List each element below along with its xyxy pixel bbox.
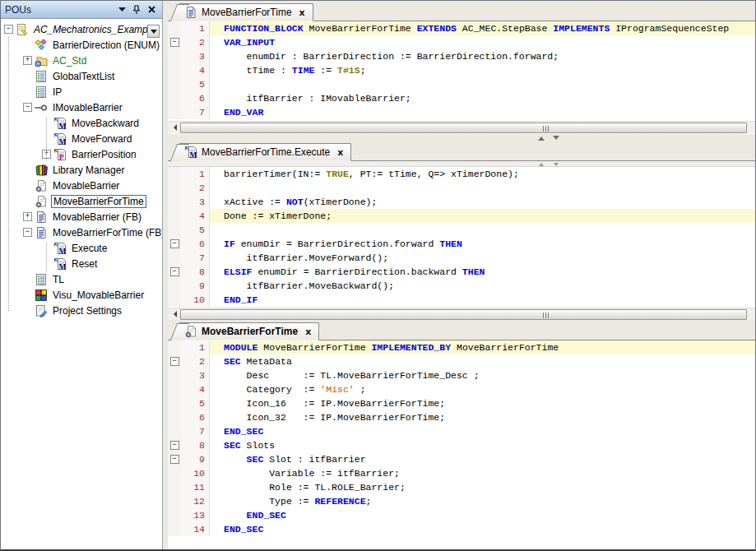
tree-item-label: IP — [51, 86, 63, 98]
code-text: END_SEC — [210, 424, 755, 438]
fold-collapse-icon[interactable]: − — [170, 455, 179, 464]
method-icon: M — [184, 146, 197, 159]
tab-strip: MoveBarrierForTimex — [168, 1, 755, 21]
tab-close-icon[interactable]: x — [305, 326, 311, 337]
tree-item-movablebarrier-fb[interactable]: +MovableBarrier (FB) — [1, 209, 162, 225]
tree-item-movebackward[interactable]: MMoveBackward — [1, 115, 162, 131]
tree-item-project-settings[interactable]: Project Settings — [1, 303, 162, 318]
tree-item-library-manager[interactable]: Library Manager — [1, 162, 162, 178]
line-number: 12 — [181, 494, 210, 508]
code-line: 5 — [168, 223, 755, 237]
code-line: 6 Icon_32 := IP.MoveBarrierForTime; — [168, 410, 755, 424]
tab-close-icon[interactable]: x — [299, 7, 305, 18]
tree-item-movablebarrier[interactable]: MovableBarrier — [1, 178, 162, 193]
tree-item-ac-std[interactable]: +AC_Std — [1, 53, 162, 68]
tree-item-barrierposition[interactable]: +PBarrierPosition — [1, 146, 162, 162]
svg-text:M: M — [59, 247, 67, 255]
code-editor[interactable]: 1barrierTimer(IN:= TRUE, PT:= tTime, Q=>… — [168, 167, 755, 308]
fold-collapse-icon[interactable]: − — [170, 357, 179, 366]
scroll-left-button[interactable] — [168, 308, 180, 321]
line-number: 4 — [181, 63, 210, 77]
pou-panel: POUs −AC_Mechatronics_ExampleBarrierDire… — [1, 1, 163, 549]
line-number: 1 — [181, 167, 210, 181]
tree-item-moveforward[interactable]: MMoveForward — [1, 131, 162, 146]
fold-margin — [168, 340, 181, 354]
expand-box-icon[interactable]: + — [23, 56, 32, 65]
collapse-box-icon[interactable]: − — [4, 25, 13, 34]
tab-movebarrierfortime[interactable]: MoveBarrierForTimex — [179, 322, 319, 340]
code-line: −8SEC Slots — [168, 438, 755, 452]
expand-box-icon[interactable]: + — [23, 212, 32, 221]
tab-movebarrierfortime-execute[interactable]: MMoveBarrierForTime.Executex — [179, 143, 351, 161]
fold-margin — [168, 522, 181, 536]
tab-movebarrierfortime[interactable]: MoveBarrierForTimex — [179, 3, 313, 21]
tree-item-label: AC_Std — [51, 55, 88, 67]
horizontal-scrollbar[interactable] — [168, 121, 755, 133]
tree-item-label: AC_Mechatronics_Example — [32, 24, 157, 35]
line-number: 1 — [181, 340, 210, 354]
code-line: 6 itfBarrier : IMovableBarrier; — [168, 91, 755, 105]
fold-margin: − — [168, 237, 181, 251]
code-line: −2VAR_INPUT — [168, 35, 755, 49]
fold-margin — [168, 466, 181, 480]
fold-collapse-icon[interactable]: − — [170, 239, 179, 248]
code-text: Type := REFERENCE; — [210, 494, 755, 508]
fold-collapse-icon[interactable]: − — [170, 267, 179, 276]
line-number: 5 — [181, 77, 210, 91]
tree-item-barrierdirection-enum[interactable]: BarrierDirection (ENUM) — [1, 37, 162, 53]
tree-item-tl[interactable]: TL — [1, 271, 162, 287]
pin-icon[interactable] — [130, 3, 143, 16]
line-number: 5 — [181, 223, 210, 237]
fold-margin — [168, 77, 181, 91]
code-editor[interactable]: 1MODULE MoveBarrierForTime IMPLEMENTED_B… — [168, 340, 755, 549]
scrollbar-thumb[interactable] — [180, 123, 747, 133]
window-menu-chevron-icon[interactable] — [115, 3, 128, 16]
close-icon[interactable] — [145, 3, 158, 16]
project-dropdown-button[interactable] — [147, 25, 160, 38]
tree-item-globaltextlist[interactable]: GlobalTextList — [1, 68, 162, 84]
scrollbar-thumb[interactable] — [180, 309, 747, 320]
line-number: 8 — [181, 265, 210, 279]
line-number: 11 — [181, 480, 210, 494]
tree-item-label: Execute — [70, 243, 109, 254]
tree-item-movebarrierfortime[interactable]: MoveBarrierForTime — [1, 193, 162, 209]
collapse-box-icon[interactable]: − — [23, 228, 32, 237]
tree-item-ac-mechatronics-example[interactable]: −AC_Mechatronics_Example — [1, 21, 162, 37]
fold-margin: − — [168, 265, 181, 279]
enum-icon — [35, 39, 49, 52]
fold-margin — [168, 279, 181, 293]
code-line: 10END_IF — [168, 293, 755, 307]
tree-item-imovablebarrier[interactable]: −IMovableBarrier — [1, 100, 162, 115]
tree-item-visu-movablebarrier[interactable]: Visu_MovableBarrier — [1, 287, 162, 303]
fold-margin — [168, 480, 181, 494]
pane-splitter[interactable] — [168, 133, 755, 141]
tree-item-execute[interactable]: MExecute — [1, 240, 162, 256]
code-line: 1FUNCTION_BLOCK MoveBarrierForTime EXTEN… — [168, 21, 755, 35]
tab-close-icon[interactable]: x — [337, 147, 343, 158]
tree-item-movebarrierfortime-fb[interactable]: −MoveBarrierForTime (FB) — [1, 225, 162, 240]
code-line: 1MODULE MoveBarrierForTime IMPLEMENTED_B… — [168, 340, 755, 354]
code-text: END_SEC — [210, 522, 755, 536]
fold-collapse-icon[interactable]: − — [170, 441, 179, 450]
line-number: 6 — [181, 410, 210, 424]
scroll-left-button[interactable] — [168, 122, 180, 134]
code-text: itfBarrier.MoveForward(); — [210, 251, 755, 265]
fold-margin: − — [168, 354, 181, 368]
collapse-box-icon[interactable]: − — [23, 103, 32, 112]
fold-collapse-icon[interactable]: − — [170, 38, 179, 47]
tree-item-ip[interactable]: IP — [1, 84, 162, 100]
fbdoc-icon — [184, 6, 197, 19]
code-text: enumDir : BarrierDirection := BarrierDir… — [210, 49, 755, 63]
code-text: itfBarrier.MoveBackward(); — [210, 279, 755, 293]
editor-split-handle[interactable] — [168, 161, 755, 167]
tree-item-reset[interactable]: MReset — [1, 256, 162, 271]
horizontal-scrollbar[interactable] — [168, 308, 755, 320]
line-number: 5 — [181, 396, 210, 410]
tree-item-label: MovableBarrier — [51, 180, 121, 192]
line-number: 9 — [181, 452, 210, 466]
tree-item-label: TL — [51, 274, 66, 285]
tab-label: MoveBarrierForTime — [202, 7, 292, 18]
code-line: 10 Variable := itfBarrier; — [168, 466, 755, 480]
code-line: −6IF enumDir = BarrierDirection.forward … — [168, 237, 755, 251]
code-editor[interactable]: 1FUNCTION_BLOCK MoveBarrierForTime EXTEN… — [168, 21, 755, 121]
